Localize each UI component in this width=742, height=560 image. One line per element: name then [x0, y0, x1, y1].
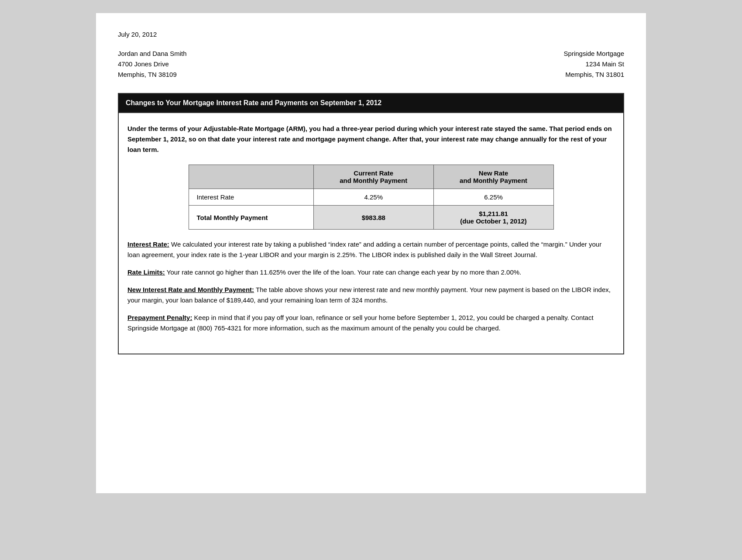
table-row-interest: Interest Rate 4.25% 6.25% — [189, 189, 553, 206]
date: July 20, 2012 — [118, 31, 624, 38]
section-interest-rate: Interest Rate: We calculated your intere… — [127, 239, 615, 260]
row-payment-current: $983.88 — [313, 206, 433, 230]
section-interest-rate-text: We calculated your interest rate by taki… — [127, 240, 601, 258]
section-rate-limits-text: Your rate cannot go higher than 11.625% … — [167, 268, 522, 276]
section-interest-rate-label: Interest Rate: — [127, 240, 169, 248]
table-header-new: New Rateand Monthly Payment — [433, 165, 553, 189]
main-content: Under the terms of your Adjustable-Rate … — [118, 113, 624, 354]
borrower-address: Jordan and Dana Smith 4700 Jones Drive M… — [118, 48, 187, 80]
header-current-bold: Current — [354, 169, 377, 177]
row-interest-new: 6.25% — [433, 189, 553, 206]
section-new-interest-rate: New Interest Rate and Monthly Payment: T… — [127, 285, 615, 306]
borrower-name: Jordan and Dana Smith — [118, 48, 187, 59]
rate-table: Current Rateand Monthly Payment New Rate… — [189, 165, 554, 230]
borrower-address2: Memphis, TN 38109 — [118, 69, 187, 80]
intro-text: Under the terms of your Adjustable-Rate … — [127, 124, 615, 155]
borrower-address1: 4700 Jones Drive — [118, 59, 187, 69]
lender-address2: Memphis, TN 31801 — [564, 69, 624, 80]
table-row-payment: Total Monthly Payment $983.88 $1,211.81(… — [189, 206, 553, 230]
row-interest-label: Interest Rate — [189, 189, 313, 206]
section-header: Changes to Your Mortgage Interest Rate a… — [118, 93, 624, 113]
row-payment-new: $1,211.81(due October 1, 2012) — [433, 206, 553, 230]
section-rate-limits: Rate Limits: Your rate cannot go higher … — [127, 267, 615, 278]
header-new-bold: New — [479, 169, 492, 177]
section-new-interest-rate-label: New Interest Rate and Monthly Payment: — [127, 286, 254, 293]
section-prepayment-label: Prepayment Penalty: — [127, 314, 192, 321]
row-payment-label: Total Monthly Payment — [189, 206, 313, 230]
lender-address: Springside Mortgage 1234 Main St Memphis… — [564, 48, 624, 80]
table-header-empty — [189, 165, 313, 189]
section-prepayment-text: Keep in mind that if you pay off your lo… — [127, 314, 594, 332]
lender-address1: 1234 Main St — [564, 59, 624, 69]
table-header-current: Current Rateand Monthly Payment — [313, 165, 433, 189]
row-interest-current: 4.25% — [313, 189, 433, 206]
section-prepayment: Prepayment Penalty: Keep in mind that if… — [127, 313, 615, 333]
document-page: July 20, 2012 Jordan and Dana Smith 4700… — [96, 13, 646, 493]
lender-name: Springside Mortgage — [564, 48, 624, 59]
address-row: Jordan and Dana Smith 4700 Jones Drive M… — [118, 48, 624, 80]
section-rate-limits-label: Rate Limits: — [127, 268, 165, 276]
